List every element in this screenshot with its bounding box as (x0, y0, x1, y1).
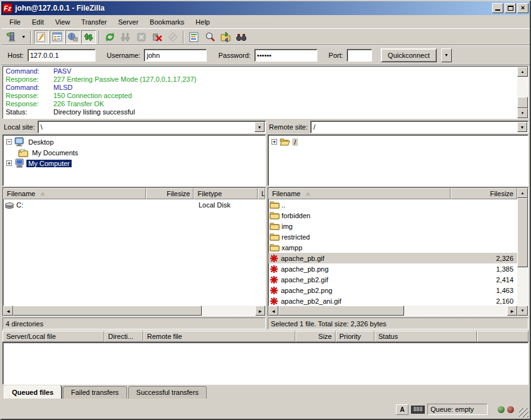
directory-comparison-icon[interactable] (218, 30, 233, 44)
column-filename[interactable]: Filename (3, 188, 146, 199)
toggle-remote-tree-icon[interactable] (65, 30, 80, 44)
column-remote-file[interactable]: Remote file (143, 331, 295, 342)
remote-file-row[interactable]: apache_pb2_ani.gif 2,160 (268, 296, 517, 306)
remote-file-row[interactable]: xampp (268, 242, 517, 253)
scroll-left-icon[interactable]: ◀ (3, 306, 13, 316)
local-site-combo[interactable]: \ ▼ (38, 121, 266, 133)
sort-asc-icon (305, 192, 310, 196)
scroll-up-icon[interactable]: ▲ (517, 67, 528, 77)
menu-bar: File Edit View Transfer Server Bookmarks… (1, 15, 530, 29)
menu-file[interactable]: File (4, 16, 26, 28)
expand-icon[interactable]: + (6, 160, 12, 166)
tab-queued-files[interactable]: Queued files (4, 385, 62, 399)
remote-file-row[interactable]: img (268, 221, 517, 231)
transfer-type-indicator-icon[interactable]: A (396, 404, 408, 415)
image-file-icon (270, 254, 278, 263)
scroll-right-icon[interactable]: ▶ (255, 306, 265, 316)
maximize-button[interactable] (505, 3, 516, 13)
scroll-right-icon[interactable]: ▶ (507, 306, 517, 316)
remote-hscrollbar[interactable]: ◀ ▶ (268, 306, 517, 316)
quickconnect-button[interactable]: Quickconnect (381, 48, 437, 62)
reconnect-icon[interactable] (165, 30, 180, 44)
username-input[interactable] (144, 49, 207, 62)
scroll-up-icon[interactable]: ▲ (517, 188, 528, 198)
queue-tabs: Queued files Failed transfers Successful… (1, 385, 530, 401)
folder-icon (270, 201, 280, 209)
folder-icon (270, 222, 280, 230)
scroll-left-icon[interactable]: ◀ (268, 306, 278, 316)
port-input[interactable] (347, 49, 372, 62)
scrollbar-thumb[interactable] (517, 198, 528, 267)
column-last-modified[interactable]: L (258, 188, 265, 199)
menu-transfer[interactable]: Transfer (75, 16, 112, 28)
menu-bookmarks[interactable]: Bookmarks (144, 16, 190, 28)
scrollbar-thumb[interactable] (278, 306, 404, 316)
title-bar[interactable]: Fz john@127.0.0.1 - FileZilla × (1, 1, 530, 15)
expand-icon[interactable]: + (271, 139, 277, 145)
chevron-down-icon[interactable]: ▼ (255, 122, 265, 132)
speed-limit-indicator-icon[interactable]: 888 (411, 406, 425, 414)
column-size[interactable]: Size (295, 331, 336, 342)
remote-file-row[interactable]: .. (268, 199, 517, 210)
scrollbar-thumb[interactable] (517, 97, 528, 108)
filter-icon[interactable] (187, 30, 202, 44)
collapse-icon[interactable]: − (6, 139, 12, 145)
column-direction[interactable]: Directi... (104, 331, 143, 342)
toggle-message-log-icon[interactable] (34, 30, 49, 44)
menu-edit[interactable]: Edit (26, 16, 50, 28)
chevron-down-icon[interactable]: ▼ (517, 122, 527, 132)
column-filename[interactable]: Filename (268, 188, 451, 199)
column-filesize[interactable]: Filesize (451, 188, 517, 199)
site-manager-icon[interactable] (4, 30, 19, 44)
menu-server[interactable]: Server (112, 16, 144, 28)
window-title: john@127.0.0.1 - FileZilla (15, 4, 492, 13)
column-filetype[interactable]: Filetype (194, 188, 258, 199)
remote-file-row-selected[interactable]: apache_pb.gif 2,326 (268, 253, 517, 263)
toggle-local-tree-icon[interactable] (50, 30, 65, 44)
process-queue-icon[interactable] (118, 30, 133, 44)
remote-site-combo[interactable]: / ▼ (310, 121, 528, 133)
log-line: Response:226 Transfer OK (6, 100, 517, 108)
tree-item-my-documents[interactable]: My Documents (3, 147, 265, 158)
cancel-operation-icon[interactable] (134, 30, 149, 44)
remote-status-text: Selected 1 file. Total size: 2,326 bytes (268, 318, 528, 329)
column-server-local-file[interactable]: Server/Local file (3, 331, 104, 342)
remote-file-row[interactable]: forbidden (268, 210, 517, 221)
queue-body[interactable] (3, 342, 528, 385)
tab-failed-transfers[interactable]: Failed transfers (63, 386, 127, 399)
remote-file-row[interactable]: apache_pb2.gif 2,414 (268, 274, 517, 285)
resize-grip[interactable] (519, 408, 528, 417)
close-button[interactable]: × (517, 3, 528, 13)
column-filesize[interactable]: Filesize (146, 188, 194, 199)
remote-vscrollbar[interactable]: ▲ ▼ (517, 188, 528, 316)
tree-item-root[interactable]: + / (268, 136, 528, 147)
toggle-transfer-queue-icon[interactable] (81, 30, 96, 44)
image-file-icon (270, 297, 278, 306)
local-file-row[interactable]: C: Local Disk (3, 199, 265, 210)
remote-file-row[interactable]: restricted (268, 231, 517, 242)
synchronized-browsing-icon[interactable] (234, 30, 249, 44)
site-manager-dropdown-icon[interactable]: ▼ (19, 30, 28, 44)
file-search-icon[interactable] (202, 30, 217, 44)
refresh-icon[interactable] (102, 30, 118, 44)
log-line: Status:Directory listing successful (6, 108, 517, 116)
scroll-down-icon[interactable]: ▼ (517, 306, 528, 316)
scroll-down-icon[interactable]: ▼ (517, 108, 528, 118)
remote-file-row[interactable]: apache_pb.png 1,385 (268, 263, 517, 274)
tree-item-my-computer[interactable]: + My Computer (3, 158, 265, 169)
log-scrollbar[interactable]: ▲ ▼ (517, 67, 528, 118)
column-priority[interactable]: Priority (336, 331, 375, 342)
column-status[interactable]: Status (375, 331, 477, 342)
scrollbar-thumb[interactable] (13, 306, 202, 316)
tab-successful-transfers[interactable]: Successful transfers (128, 386, 207, 399)
menu-view[interactable]: View (50, 16, 76, 28)
host-input[interactable] (28, 49, 96, 62)
local-hscrollbar[interactable]: ◀ ▶ (3, 306, 265, 316)
tree-item-desktop[interactable]: − Desktop (3, 136, 265, 147)
quickconnect-dropdown-icon[interactable]: ▼ (441, 48, 452, 62)
password-input[interactable] (255, 49, 317, 62)
minimize-button[interactable] (492, 3, 503, 13)
menu-help[interactable]: Help (190, 16, 216, 28)
disconnect-icon[interactable] (150, 30, 165, 44)
remote-file-row[interactable]: apache_pb2.png 1,463 (268, 285, 517, 296)
